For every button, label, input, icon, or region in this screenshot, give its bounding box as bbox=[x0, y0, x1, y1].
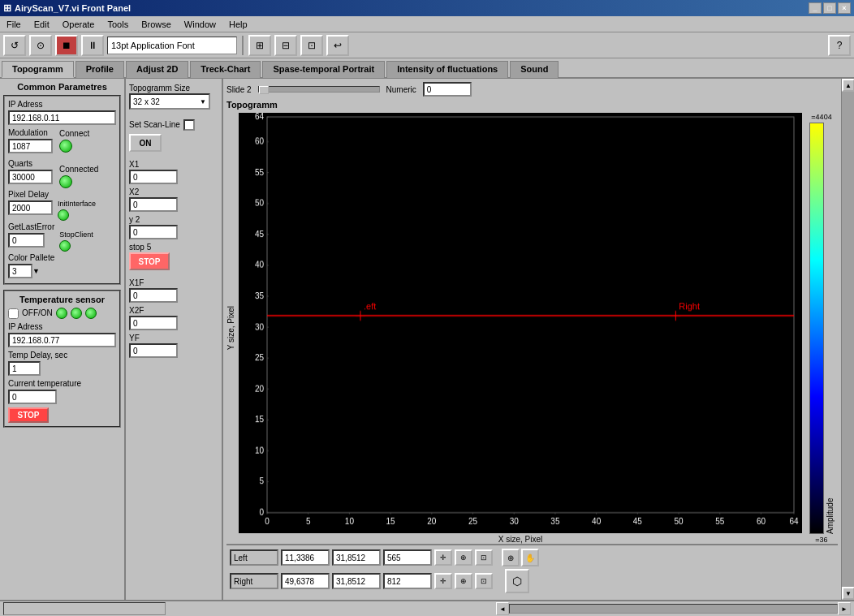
numeric-label: Numeric bbox=[386, 85, 416, 94]
ip-address-input[interactable] bbox=[8, 110, 116, 125]
x1-input[interactable] bbox=[129, 170, 178, 184]
toolbar-btn-5[interactable]: ⊞ bbox=[248, 35, 271, 56]
menu-window[interactable]: Window bbox=[181, 18, 219, 31]
stop5-btn[interactable]: STOP bbox=[129, 252, 170, 270]
left-z-val: 565 bbox=[383, 549, 432, 566]
temp-ip-input[interactable] bbox=[8, 333, 116, 347]
left-target-btn[interactable]: ⊕ bbox=[455, 549, 472, 566]
toolbar-btn-8[interactable]: ↩ bbox=[326, 35, 349, 56]
scan-line-checkbox[interactable] bbox=[183, 119, 195, 131]
current-temp-label: Current temperature bbox=[8, 379, 116, 388]
right-cross-btn[interactable]: ✛ bbox=[434, 573, 452, 589]
x2f-input[interactable] bbox=[129, 316, 178, 330]
colorbar-max: =4404 bbox=[811, 113, 831, 121]
connected-label: Connected bbox=[59, 165, 98, 174]
close-btn[interactable]: × bbox=[838, 2, 851, 14]
left-label-box: Left bbox=[230, 549, 278, 566]
pixel-delay-label: Pixel Delay bbox=[8, 190, 53, 199]
tab-adjust2d[interactable]: Adjust 2D bbox=[126, 61, 188, 78]
menu-edit[interactable]: Edit bbox=[31, 18, 53, 31]
connect-label: Connect bbox=[59, 129, 89, 138]
slide2-thumb[interactable] bbox=[259, 86, 269, 94]
minimize-btn[interactable]: _ bbox=[809, 2, 822, 14]
maximize-btn[interactable]: □ bbox=[823, 2, 836, 14]
tab-sound[interactable]: Sound bbox=[510, 61, 559, 78]
chart-wrapper: Slide 2 Numeric Topogramm Y size, Pixel bbox=[223, 79, 841, 600]
temp-stop-btn[interactable]: STOP bbox=[8, 407, 49, 423]
color-pallete-input[interactable] bbox=[8, 264, 32, 278]
x1f-input[interactable] bbox=[129, 288, 178, 303]
right-label-box: Right bbox=[230, 573, 278, 589]
temp-sensor-box: Temperature sensor OFF/ON IP Adress Temp… bbox=[3, 290, 121, 428]
on-btn[interactable]: ON bbox=[129, 134, 162, 152]
toolbar-btn-6[interactable]: ⊟ bbox=[274, 35, 297, 56]
tab-spase-temporal[interactable]: Spase-temporal Portrait bbox=[262, 61, 385, 78]
diamond-btn[interactable]: ⬡ bbox=[505, 569, 529, 593]
x2-label: X2 bbox=[129, 187, 218, 196]
toolbar-btn-2[interactable]: ⊙ bbox=[29, 35, 52, 56]
temp-off-on-label: OFF/ON bbox=[22, 308, 53, 317]
tab-topogramm[interactable]: Topogramm bbox=[2, 61, 74, 78]
stop-client-label: StopClient bbox=[59, 230, 93, 239]
tab-profile[interactable]: Profile bbox=[75, 61, 124, 78]
right-z-val: 812 bbox=[383, 573, 432, 589]
toolbar-btn-4[interactable]: ⏸ bbox=[81, 35, 104, 56]
scroll-track[interactable] bbox=[842, 92, 854, 587]
tab-intensity[interactable]: Intensity of fluctuations bbox=[386, 61, 508, 78]
left-x-val: 11,3386 bbox=[281, 549, 330, 566]
init-indicator bbox=[58, 209, 69, 221]
right-x-val: 49,6378 bbox=[281, 573, 330, 589]
connect-indicator bbox=[59, 140, 72, 153]
common-params-title: Common Parametres bbox=[3, 82, 121, 92]
font-selector[interactable]: 13pt Application Font bbox=[107, 37, 237, 54]
modulation-input[interactable] bbox=[8, 139, 53, 153]
scroll-down-btn[interactable]: ▼ bbox=[842, 587, 854, 600]
y2-input[interactable] bbox=[129, 225, 178, 239]
color-pallete-dropdown[interactable]: ▼ bbox=[32, 267, 40, 275]
help-btn[interactable]: ? bbox=[828, 35, 851, 56]
scroll-up-btn[interactable]: ▲ bbox=[842, 79, 854, 92]
x-axis-label: X size, Pixel bbox=[239, 535, 802, 544]
toolbar-btn-1[interactable]: ↺ bbox=[3, 35, 26, 56]
yf-input[interactable] bbox=[129, 343, 178, 358]
topogram-size-dropdown[interactable]: 32 x 32 bbox=[129, 93, 210, 110]
menu-help[interactable]: Help bbox=[226, 18, 251, 31]
toolbar-btn-7[interactable]: ⊡ bbox=[300, 35, 323, 56]
left-zoom-btn[interactable]: ⊡ bbox=[475, 549, 493, 566]
right-target-btn[interactable]: ⊕ bbox=[455, 573, 472, 589]
connected-indicator bbox=[59, 175, 72, 188]
set-scan-line-label: Set Scan-Line bbox=[129, 120, 180, 129]
numeric-input[interactable] bbox=[423, 82, 472, 97]
quarts-label: Quarts bbox=[8, 159, 53, 168]
scan-panel: Topogramm Size 32 x 32 Set Scan-Line ON … bbox=[126, 79, 223, 600]
get-last-error-input[interactable] bbox=[8, 233, 45, 248]
x2-input[interactable] bbox=[129, 197, 178, 212]
hscroll-left-btn[interactable]: ◄ bbox=[496, 602, 509, 615]
quarts-input[interactable] bbox=[8, 170, 53, 184]
nav-hand[interactable]: ✋ bbox=[521, 549, 539, 566]
pixel-delay-input[interactable] bbox=[8, 200, 53, 215]
right-y-val: 31,8512 bbox=[332, 573, 381, 589]
tab-treck-chart[interactable]: Treck-Chart bbox=[190, 61, 261, 78]
menu-browse[interactable]: Browse bbox=[138, 18, 175, 31]
topogram-canvas[interactable] bbox=[239, 113, 802, 533]
left-cross-btn[interactable]: ✛ bbox=[434, 549, 452, 566]
toolbar-btn-stop[interactable]: ⏹ bbox=[55, 35, 78, 56]
tab-bar: Topogramm Profile Adjust 2D Treck-Chart … bbox=[0, 58, 854, 79]
temp-off-on-checkbox[interactable] bbox=[8, 308, 19, 319]
hscroll-track[interactable] bbox=[509, 604, 838, 614]
hscroll-right-btn[interactable]: ► bbox=[838, 602, 851, 615]
nav-zoom-in[interactable]: ⊕ bbox=[502, 549, 520, 566]
x2f-label: X2F bbox=[129, 306, 218, 315]
ip-address-label: IP Adress bbox=[8, 100, 116, 109]
right-zoom-btn[interactable]: ⊡ bbox=[475, 573, 493, 589]
x1-label: X1 bbox=[129, 160, 218, 169]
left-y-val: 31,8512 bbox=[332, 549, 381, 566]
menu-operate[interactable]: Operate bbox=[59, 18, 98, 31]
status-bar: ◄ ► bbox=[0, 600, 854, 616]
slide2-track[interactable] bbox=[258, 86, 380, 93]
temp-delay-input[interactable] bbox=[8, 361, 41, 376]
menu-tools[interactable]: Tools bbox=[104, 18, 132, 31]
menu-file[interactable]: File bbox=[3, 18, 24, 31]
bottom-measurements: Left 11,3386 31,8512 565 ✛ ⊕ ⊡ bbox=[226, 544, 838, 597]
